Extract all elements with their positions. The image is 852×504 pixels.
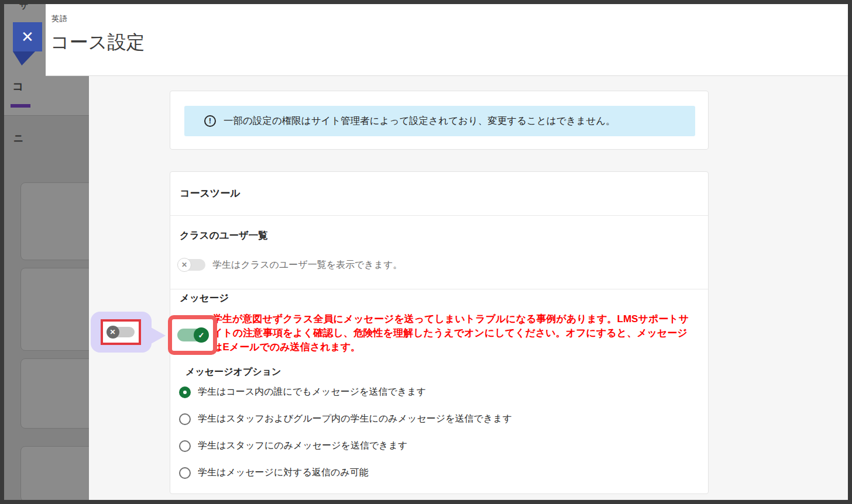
roster-description: 学生はクラスのユーザ一覧を表示できます。 bbox=[212, 259, 403, 271]
radio-unselected-icon bbox=[179, 440, 191, 452]
active-tab-underline bbox=[11, 104, 30, 108]
page-title: コース設定 bbox=[50, 30, 145, 56]
divider bbox=[170, 215, 708, 216]
radio-label: 学生はスタッフおよびグループ内の学生にのみメッセージを送信できます bbox=[198, 413, 512, 425]
callout-bubble-tail bbox=[151, 327, 166, 344]
close-button[interactable]: ✕ bbox=[13, 22, 42, 51]
toggle-track: ✓ bbox=[177, 329, 208, 341]
roster-toggle[interactable]: ✕ bbox=[178, 259, 205, 271]
notice-banner: ! 一部の設定の権限はサイト管理者によって設定されており、変更することはできませ… bbox=[184, 106, 695, 136]
section-title: コースツール bbox=[180, 187, 241, 200]
previous-state-highlight-box: ✕ bbox=[101, 319, 141, 345]
radio-selected-icon bbox=[179, 386, 191, 398]
toggle-x-icon: ✕ bbox=[106, 326, 119, 339]
background-card bbox=[20, 268, 89, 351]
messages-setting-title: メッセージ bbox=[180, 292, 229, 305]
radio-option-staff-only[interactable]: 学生はスタッフにのみメッセージを送信できます bbox=[179, 440, 407, 452]
messages-warning-text: 学生が意図せずクラス全員にメッセージを送ってしまいトラブルになる事例があります。… bbox=[212, 312, 699, 354]
screen: サ コ ニ 英語 コース設定 ✕ ! 一部の設定の権限はサイト管理者によって設定… bbox=[4, 4, 848, 500]
radio-unselected-icon bbox=[179, 413, 191, 425]
messages-toggle[interactable]: ✓ bbox=[177, 329, 208, 341]
course-name-label: 英語 bbox=[51, 13, 68, 24]
info-icon: ! bbox=[204, 115, 216, 127]
background-tab-fragment: コ bbox=[12, 79, 23, 94]
radio-option-reply-only[interactable]: 学生はメッセージに対する返信のみ可能 bbox=[179, 467, 369, 479]
notice-text: 一部の設定の権限はサイト管理者によって設定されており、変更することはできません。 bbox=[224, 115, 616, 127]
warning-line: はEメールでのみ送信されます。 bbox=[212, 340, 699, 354]
background-card bbox=[20, 358, 89, 429]
radio-label: 学生はコース内の誰にでもメッセージを送信できます bbox=[198, 386, 426, 398]
toggle-x-icon: ✕ bbox=[177, 258, 191, 272]
course-tools-card: コースツール クラスのユーザ一覧 ✕ 学生はクラスのユーザ一覧を表示できます。 … bbox=[170, 171, 709, 494]
toggle-track: ✕ bbox=[178, 259, 205, 271]
current-state-highlight-box: ✓ bbox=[168, 315, 217, 355]
close-icon: ✕ bbox=[21, 28, 34, 46]
toggle-track: ✕ bbox=[108, 327, 135, 337]
background-card bbox=[20, 446, 89, 500]
background-text-fragment: ニ bbox=[13, 132, 23, 145]
radio-label: 学生はスタッフにのみメッセージを送信できます bbox=[198, 440, 407, 452]
warning-line: イトの注意事項をよく確認し、危険性を理解したうえでオンにしてください。オフにする… bbox=[212, 326, 699, 340]
radio-unselected-icon bbox=[179, 467, 191, 479]
roster-setting-title: クラスのユーザ一覧 bbox=[180, 229, 268, 242]
background-card bbox=[20, 182, 89, 260]
dimmed-background-page: サ コ ニ bbox=[4, 4, 89, 500]
previous-off-toggle: ✕ bbox=[108, 327, 135, 337]
radio-option-staff-and-group[interactable]: 学生はスタッフおよびグループ内の学生にのみメッセージを送信できます bbox=[179, 413, 512, 425]
panel-header: 英語 コース設定 bbox=[46, 4, 848, 76]
radio-option-anyone[interactable]: 学生はコース内の誰にでもメッセージを送信できます bbox=[179, 386, 426, 398]
warning-line: 学生が意図せずクラス全員にメッセージを送ってしまいトラブルになる事例があります。… bbox=[212, 312, 699, 326]
toggle-check-icon: ✓ bbox=[194, 327, 209, 343]
notice-card: ! 一部の設定の権限はサイト管理者によって設定されており、変更することはできませ… bbox=[170, 91, 709, 150]
screenshot-frame: サ コ ニ 英語 コース設定 ✕ ! 一部の設定の権限はサイト管理者によって設定… bbox=[0, 0, 852, 504]
radio-label: 学生はメッセージに対する返信のみ可能 bbox=[198, 467, 369, 479]
divider bbox=[170, 289, 708, 289]
message-options-title: メッセージオプション bbox=[185, 366, 281, 378]
background-title-fragment: サ bbox=[19, 4, 28, 11]
